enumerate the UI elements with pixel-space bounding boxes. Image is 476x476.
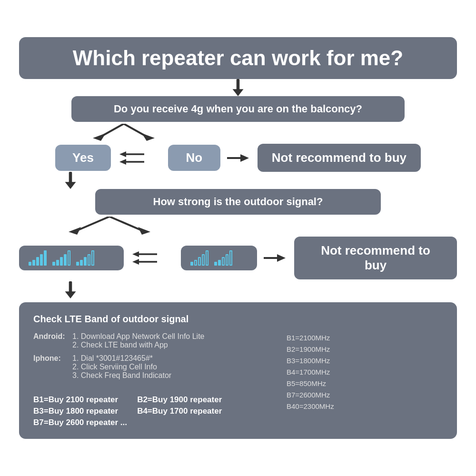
title-box: Which repeater can work for me? (19, 37, 457, 79)
bar2 (56, 260, 59, 266)
android-label: Android: (33, 332, 67, 349)
bar1 (76, 262, 79, 266)
bar3 (222, 257, 225, 266)
bar3 (60, 257, 63, 266)
iphone-steps: 1. Dial *3001#123465#* 2. Click Serviing… (72, 354, 171, 380)
iphone-step3: 3. Check Freq Band Indicator (72, 371, 171, 380)
bar5 (68, 250, 70, 266)
not-recommend-box-1: Not recommend to buy (258, 144, 421, 172)
full-bars-icon-1 (29, 250, 47, 266)
buy-rec-3: B4=Buy 1700 repeater (137, 407, 222, 416)
flowchart: Which repeater can work for me? Do you r… (10, 28, 466, 449)
android-step1: 1. Download App Network Cell Info Lite (72, 332, 204, 341)
signal-bidirectional-arrows (129, 248, 176, 268)
signal-weak-box (181, 246, 257, 270)
not-recommend-text-2: Not recommend to buy (321, 243, 430, 272)
bar1 (52, 262, 55, 266)
bar2 (218, 260, 221, 266)
iphone-label: Iphone: (33, 354, 67, 380)
bar5 (229, 250, 232, 266)
arrow-right-2 (264, 251, 288, 265)
svg-marker-13 (65, 182, 76, 189)
svg-line-14 (76, 217, 109, 231)
svg-rect-24 (69, 281, 72, 292)
band-0: B1=2100MHz (287, 332, 443, 344)
band-2: B3=1800MHz (287, 355, 443, 367)
svg-rect-0 (237, 79, 240, 90)
bar3 (84, 257, 87, 266)
title-text: Which repeater can work for me? (73, 46, 403, 69)
bar4 (40, 254, 43, 266)
bar5 (206, 250, 208, 266)
medium-bars-icon (52, 250, 70, 266)
svg-marker-19 (132, 251, 139, 257)
yes-label: Yes (72, 150, 94, 165)
bar1 (29, 262, 31, 266)
signal-row: Not recommend to buy (19, 237, 457, 279)
question-2-text: How strong is the outdoor signal? (153, 196, 323, 208)
band-5: B7=2600MHz (287, 389, 443, 401)
bar1 (214, 262, 217, 266)
yes-no-row: Yes No (19, 144, 457, 172)
svg-marker-17 (138, 227, 150, 235)
info-title: Check LTE Band of outdoor signal (33, 314, 443, 325)
info-right: B1=2100MHz B2=1900MHz B3=1800MHz B4=1700… (277, 332, 443, 427)
android-steps: 1. Download App Network Cell Info Lite 2… (72, 332, 204, 349)
svg-marker-15 (69, 227, 81, 235)
arrow-down-1 (231, 79, 245, 96)
buy-rec-0: B1=Buy 2100 repeater (33, 395, 118, 405)
band-1: B2=1900MHz (287, 344, 443, 355)
band-4: B5=850MHz (287, 378, 443, 389)
bidirectional-arrows (116, 149, 163, 168)
question-2-box: How strong is the outdoor signal? (95, 189, 381, 215)
bar4 (88, 254, 90, 266)
bar4 (202, 254, 205, 266)
android-step2: 2. Check LTE band with App (72, 341, 204, 349)
svg-marker-1 (233, 89, 244, 97)
very-weak-bars-2 (214, 250, 232, 266)
band-3: B4=1700MHz (287, 367, 443, 378)
bar1 (190, 262, 193, 266)
svg-marker-25 (65, 292, 76, 299)
bar3 (198, 257, 201, 266)
svg-marker-5 (142, 133, 155, 141)
svg-marker-11 (240, 154, 249, 162)
iphone-step1: 1. Dial *3001#123465#* (72, 354, 171, 363)
buy-rec-2: B3=Buy 1800 repeater (33, 407, 118, 416)
info-box: Check LTE Band of outdoor signal Android… (19, 302, 457, 439)
bar4 (226, 254, 228, 266)
svg-marker-3 (93, 133, 106, 141)
info-left: Android: 1. Download App Network Cell In… (33, 332, 268, 427)
buy-recommendations: B1=Buy 2100 repeaterB2=Buy 1900 repeater… (33, 387, 268, 427)
no-box: No (168, 145, 220, 171)
branch-arrows-1 (76, 124, 171, 141)
svg-rect-12 (69, 172, 72, 183)
branch-arrows-2 (48, 217, 171, 235)
bar5 (91, 250, 94, 266)
arrow-down-3 (64, 281, 77, 298)
not-recommend-text-1: Not recommend to buy (272, 150, 407, 165)
no-label: No (186, 150, 203, 165)
band-6: B40=2300MHz (287, 401, 443, 412)
signal-good-box (19, 246, 124, 270)
info-content: Android: 1. Download App Network Cell In… (33, 332, 443, 427)
svg-marker-21 (132, 259, 139, 265)
bar2 (80, 260, 83, 266)
arrow-down-2 (64, 172, 77, 189)
bar5 (44, 250, 47, 266)
svg-marker-23 (277, 254, 286, 262)
question-1-box: Do you receive 4g when you are on the ba… (71, 96, 405, 122)
iphone-row: Iphone: 1. Dial *3001#123465#* 2. Click … (33, 354, 268, 380)
not-recommend-box-2: Not recommend to buy (294, 237, 457, 279)
android-row: Android: 1. Download App Network Cell In… (33, 332, 268, 349)
buy-rec-4: B7=Buy 2600 repeater ... (33, 418, 127, 427)
bar2 (32, 260, 35, 266)
svg-line-16 (109, 217, 143, 231)
low-medium-bars-icon (76, 250, 94, 266)
arrow-right-1 (227, 151, 251, 165)
bar3 (36, 257, 39, 266)
bar2 (194, 260, 197, 266)
very-weak-bars-1 (190, 250, 208, 266)
middle-arrows (116, 149, 163, 168)
right-arrow-svg-2 (264, 251, 288, 265)
